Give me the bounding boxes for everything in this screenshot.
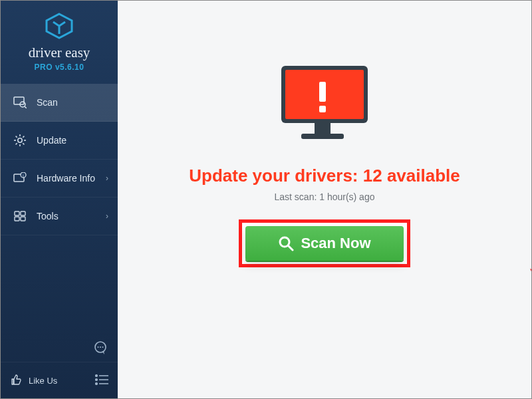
svg-point-26 [102,346,104,348]
sidebar-nav: Scan Update i Hardware Info › Tools [1,84,118,235]
svg-rect-38 [301,134,344,139]
chevron-right-icon: › [106,174,108,183]
svg-rect-20 [21,211,25,215]
svg-point-29 [96,378,98,380]
annotation-arrow-icon [527,267,532,313]
svg-rect-37 [315,123,331,134]
sidebar-item-label: Hardware Info [37,173,95,184]
svg-point-25 [100,346,101,348]
search-icon [278,235,294,251]
last-scan-text: Last scan: 1 hour(s) ago [275,192,375,202]
scan-now-label: Scan Now [301,235,370,252]
headline-count: 12 [363,166,382,186]
chevron-right-icon: › [106,211,108,221]
svg-rect-35 [319,82,326,102]
svg-point-7 [18,138,22,142]
svg-line-14 [23,136,24,138]
menu-list-icon[interactable] [95,374,108,387]
gear-icon [13,134,27,147]
brand-block: driver easy PRO v5.6.10 [1,1,118,80]
sidebar-item-update[interactable]: Update [1,122,118,160]
thumbs-up-icon[interactable] [10,374,22,388]
main-panel: Update your drivers: 12 available Last s… [118,1,531,398]
svg-rect-19 [15,211,19,215]
headline-suffix: available [382,166,460,186]
hardware-info-icon: i [13,172,27,184]
svg-line-40 [289,246,293,251]
brand-logo-icon [44,13,74,39]
sidebar-item-label: Scan [37,97,58,108]
svg-rect-36 [319,106,326,112]
scan-button-highlight: Scan Now [239,219,410,267]
svg-line-12 [16,136,17,138]
brand-name: driver easy [1,45,118,61]
svg-point-27 [96,374,98,376]
like-us-label[interactable]: Like Us [29,376,57,386]
svg-line-15 [16,143,17,144]
svg-rect-21 [15,217,19,221]
svg-rect-4 [14,97,24,104]
update-headline: Update your drivers: 12 available [189,166,460,186]
monitor-search-icon [13,96,27,108]
sidebar-item-scan[interactable]: Scan [1,84,118,122]
sidebar-item-hardware-info[interactable]: i Hardware Info › [1,160,118,198]
svg-line-13 [23,143,24,144]
app-window: driver easy PRO v5.6.10 Scan Update i [0,0,532,399]
tools-icon [13,210,27,222]
sidebar-item-tools[interactable]: Tools › [1,198,118,235]
svg-line-6 [25,106,27,108]
brand-subtitle: PRO v5.6.10 [1,63,118,72]
svg-point-24 [98,346,99,348]
svg-rect-22 [21,217,25,221]
sidebar: driver easy PRO v5.6.10 Scan Update i [1,1,118,398]
feedback-icon[interactable] [92,340,108,358]
sidebar-item-label: Update [37,135,66,146]
scan-now-button[interactable]: Scan Now [245,226,404,261]
sidebar-bottom-bar: Like Us [1,362,118,398]
svg-point-31 [96,382,98,384]
sidebar-item-label: Tools [37,211,59,221]
svg-text:i: i [23,174,23,178]
alert-monitor-illustration [275,62,374,151]
headline-prefix: Update your drivers: [189,166,363,186]
